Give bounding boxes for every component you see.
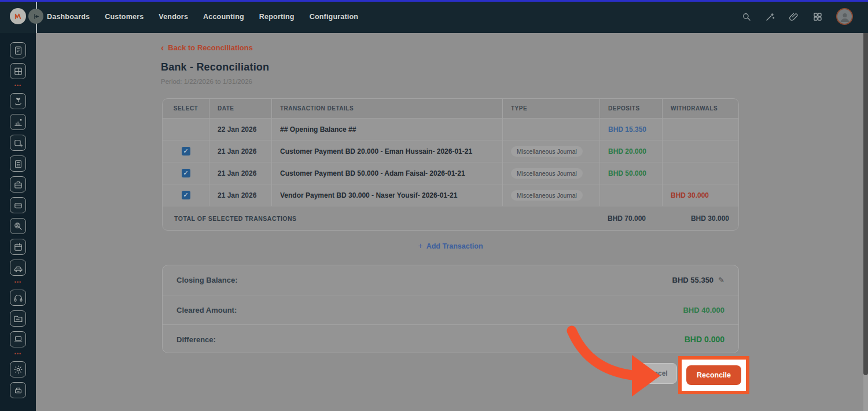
col-header-deposits: DEPOSITS	[599, 99, 662, 118]
col-header-withdrawals: WITHDRAWALS	[662, 99, 739, 118]
collapse-sidebar-button[interactable]	[28, 9, 43, 24]
cancel-button[interactable]: Cancel	[635, 363, 677, 384]
chevron-left-icon: ‹	[161, 44, 164, 51]
main-menu: Dashboards Customers Vendors Accounting …	[47, 13, 358, 21]
table-row: ✓ 21 Jan 2026 Customer Payment BD 50.000…	[163, 162, 738, 184]
total-deposits: BHD 70.000	[599, 214, 662, 223]
withdrawal-cell	[662, 119, 739, 140]
closing-balance-amount: BHD 55.350	[672, 276, 714, 284]
cleared-amount-value: BHD 40.000	[683, 306, 724, 314]
date-cell: 22 Jan 2026	[209, 119, 271, 140]
menu-accounting[interactable]: Accounting	[203, 13, 244, 21]
table-total-row: TOTAL OF SELECTED TRANSACTIONS BHD 70.00…	[163, 206, 738, 230]
add-transaction-label: Add Transaction	[426, 242, 483, 250]
vertical-scrollbar[interactable]	[863, 33, 868, 411]
row-checkbox-checked[interactable]: ✓	[182, 147, 190, 155]
period-subtitle: Period: 1/22/2026 to 1/31/2026	[161, 78, 252, 85]
date-cell: 21 Jan 2026	[209, 162, 271, 184]
add-transaction-link[interactable]: +Add Transaction	[162, 241, 739, 250]
total-label: TOTAL OF SELECTED TRANSACTIONS	[163, 215, 599, 222]
menu-configuration[interactable]: Configuration	[310, 13, 359, 21]
box-add-icon[interactable]	[10, 135, 26, 151]
details-cell: Vendor Payment BD 30.000 - Naser Yousif-…	[271, 184, 502, 206]
annotation-highlight-box: Reconcile	[678, 356, 749, 394]
attachment-icon[interactable]	[789, 12, 799, 22]
vehicle-icon[interactable]	[10, 260, 26, 276]
type-cell: Miscellaneous Journal	[502, 184, 599, 206]
col-header-details: TRANSACTION DETAILS	[271, 99, 502, 118]
closing-balance-value: BHD 55.350 ✎	[672, 276, 724, 284]
date-cell: 21 Jan 2026	[209, 140, 271, 162]
app-logo[interactable]	[10, 8, 26, 24]
support-headset-icon[interactable]	[10, 290, 26, 306]
calculator-icon[interactable]	[10, 63, 26, 79]
plus-icon: +	[418, 241, 422, 250]
col-header-type: TYPE	[502, 99, 599, 118]
edit-pencil-icon[interactable]: ✎	[718, 276, 724, 284]
calendar-icon[interactable]	[10, 239, 26, 255]
user-avatar[interactable]	[836, 8, 853, 25]
pos-receipt-icon[interactable]	[10, 42, 26, 58]
nav-toolbar	[741, 0, 853, 33]
cleared-amount-row: Cleared Amount: BHD 40.000	[163, 295, 738, 324]
collapse-arrow-icon	[32, 12, 41, 21]
deposit-cell: BHD 50.000	[599, 162, 662, 184]
difference-value: BHD 0.000	[685, 335, 724, 344]
menu-reporting[interactable]: Reporting	[259, 13, 295, 21]
deposit-cell: BHD 15.350	[599, 119, 662, 140]
col-header-date: DATE	[209, 99, 271, 118]
table-row: ✓ 21 Jan 2026 Customer Payment BD 20.000…	[163, 140, 738, 162]
page-title: Bank - Reconciliation	[161, 61, 269, 73]
laptop-icon[interactable]	[10, 331, 26, 347]
select-cell: ✓	[163, 162, 209, 184]
user-search-icon[interactable]	[10, 218, 26, 234]
payroll-hand-icon[interactable]	[10, 93, 26, 109]
type-badge: Miscellaneous Journal	[511, 168, 583, 179]
table-header-row: SELECT DATE TRANSACTION DETAILS TYPE DEP…	[163, 99, 738, 118]
billing-clipboard-icon[interactable]	[10, 155, 26, 172]
difference-row: Difference: BHD 0.000	[163, 324, 738, 354]
row-checkbox-checked[interactable]: ✓	[182, 191, 190, 199]
sidebar-section-divider: •••	[14, 352, 21, 357]
transactions-table: SELECT DATE TRANSACTION DETAILS TYPE DEP…	[162, 98, 739, 231]
select-cell: ✓	[163, 184, 209, 206]
select-cell	[163, 119, 209, 140]
deposit-cell: BHD 20.000	[599, 140, 662, 162]
details-cell: ## Opening Balance ##	[271, 119, 502, 140]
type-cell	[502, 119, 599, 140]
logo-mark-icon	[12, 10, 24, 22]
settings-gear-icon[interactable]	[10, 361, 26, 377]
type-badge: Miscellaneous Journal	[511, 190, 583, 201]
withdrawal-cell	[662, 140, 739, 162]
col-header-select: SELECT	[163, 99, 209, 118]
menu-vendors[interactable]: Vendors	[159, 13, 188, 21]
cleared-amount-label: Cleared Amount:	[176, 306, 237, 314]
window-top-edge	[0, 0, 868, 2]
table-row: ✓ 21 Jan 2026 Vendor Payment BD 30.000 -…	[163, 184, 738, 206]
app-sidebar: ••• ••• •••	[0, 33, 36, 411]
deposit-cell	[599, 184, 662, 206]
reconcile-button[interactable]: Reconcile	[686, 365, 741, 385]
card-machine-icon[interactable]	[10, 197, 26, 213]
cash-register-icon[interactable]	[10, 382, 26, 398]
apps-grid-icon[interactable]	[812, 12, 823, 22]
top-navigation-bar: Dashboards Customers Vendors Accounting …	[0, 0, 868, 33]
row-checkbox-checked[interactable]: ✓	[182, 169, 190, 177]
difference-label: Difference:	[176, 335, 216, 344]
search-icon[interactable]	[741, 12, 752, 22]
date-cell: 21 Jan 2026	[209, 184, 271, 206]
reconciliation-summary-card: Closing Balance: BHD 55.350 ✎ Cleared Am…	[162, 265, 739, 353]
person-icon	[838, 10, 852, 24]
type-cell: Miscellaneous Journal	[502, 162, 599, 184]
details-cell: Customer Payment BD 50.000 - Adam Faisal…	[271, 162, 502, 184]
menu-customers[interactable]: Customers	[105, 13, 144, 21]
table-row-opening-balance: 22 Jan 2026 ## Opening Balance ## BHD 15…	[163, 118, 738, 140]
sidebar-section-divider: •••	[14, 84, 21, 88]
briefcase-icon[interactable]	[10, 176, 26, 192]
folder-docs-icon[interactable]	[10, 310, 26, 327]
menu-dashboards[interactable]: Dashboards	[47, 13, 90, 21]
magic-wand-icon[interactable]	[765, 12, 775, 22]
back-to-reconciliations-link[interactable]: ‹ Back to Reconciliations	[161, 43, 253, 52]
scrollbar-thumb[interactable]	[863, 33, 868, 375]
analytics-chart-icon[interactable]	[10, 114, 26, 130]
